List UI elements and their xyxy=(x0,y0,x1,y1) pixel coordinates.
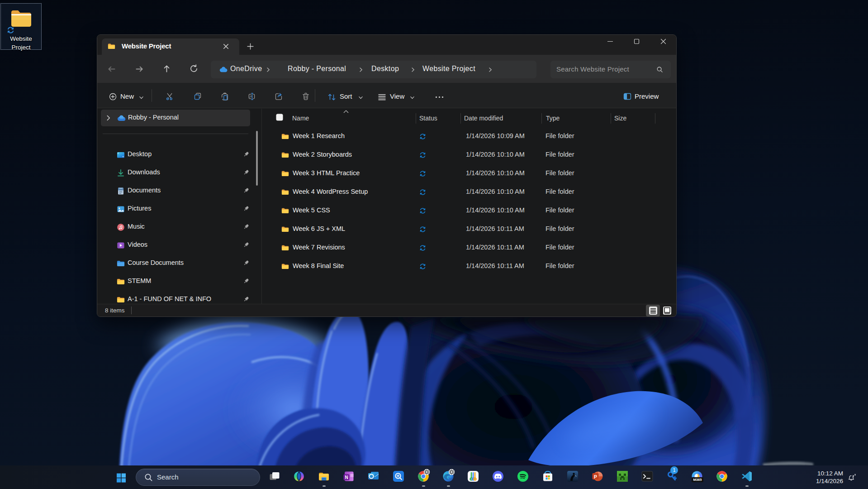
svg-text:N: N xyxy=(345,475,348,480)
svg-text:P: P xyxy=(594,474,597,479)
